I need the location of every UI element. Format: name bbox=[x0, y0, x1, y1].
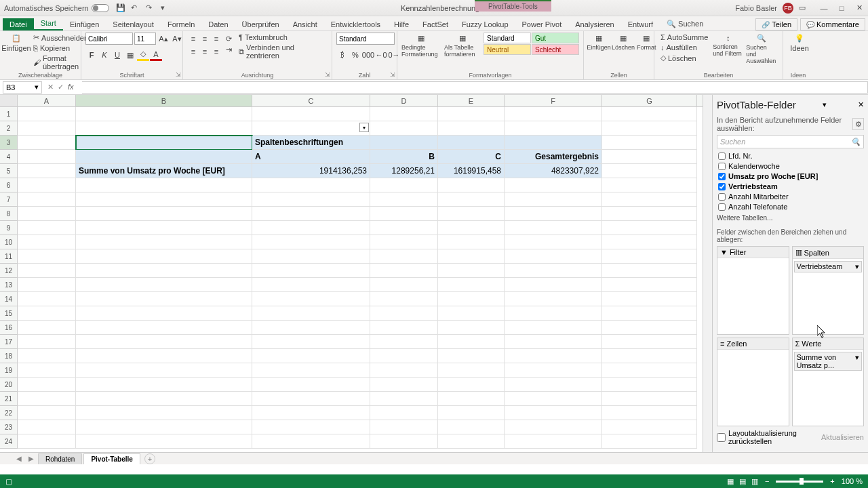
font-launcher-icon[interactable]: ⇲ bbox=[176, 71, 181, 78]
cell[interactable] bbox=[438, 434, 505, 449]
ribbon-display-icon[interactable]: ▭ bbox=[799, 3, 806, 12]
cell[interactable]: Summe von Umsatz pro Woche [EUR] bbox=[76, 164, 252, 178]
cell[interactable] bbox=[370, 235, 438, 249]
spreadsheet-grid[interactable]: A B C D E F G 123Spaltenbeschriftungen4A… bbox=[0, 95, 703, 452]
cell[interactable] bbox=[602, 150, 697, 164]
rowhead-21[interactable]: 21 bbox=[0, 392, 18, 406]
rowhead-19[interactable]: 19 bbox=[0, 363, 18, 378]
cell[interactable] bbox=[252, 335, 370, 349]
style-gut[interactable]: Gut bbox=[532, 33, 579, 43]
cell[interactable] bbox=[76, 136, 252, 150]
cell[interactable] bbox=[602, 378, 697, 392]
ideas-button[interactable]: 💡Ideen bbox=[787, 33, 812, 52]
colhead-E[interactable]: E bbox=[438, 95, 505, 106]
cell[interactable] bbox=[252, 192, 370, 207]
tab-help[interactable]: Hilfe bbox=[387, 18, 416, 30]
cell[interactable] bbox=[18, 235, 76, 249]
cell[interactable] bbox=[76, 378, 252, 392]
sheet-nav-next-icon[interactable]: ▶ bbox=[26, 455, 37, 462]
style-schlecht[interactable]: Schlecht bbox=[532, 44, 579, 55]
align-top-icon[interactable]: ≡ bbox=[187, 33, 199, 45]
cell[interactable] bbox=[602, 235, 697, 249]
align-mid-icon[interactable]: ≡ bbox=[199, 33, 211, 45]
align-bot-icon[interactable]: ≡ bbox=[210, 33, 222, 45]
underline-button[interactable]: U bbox=[111, 49, 123, 61]
colhead-D[interactable]: D bbox=[370, 95, 438, 106]
cell[interactable] bbox=[370, 306, 438, 321]
cell[interactable] bbox=[18, 306, 76, 321]
cell[interactable] bbox=[18, 363, 76, 378]
cell[interactable] bbox=[18, 406, 76, 420]
style-neutral[interactable]: Neutral bbox=[484, 44, 531, 55]
rowhead-22[interactable]: 22 bbox=[0, 406, 18, 420]
tab-start[interactable]: Start bbox=[34, 17, 63, 30]
cell[interactable] bbox=[18, 420, 76, 434]
cell[interactable] bbox=[438, 349, 505, 363]
undo-icon[interactable]: ↶ bbox=[131, 3, 140, 13]
percent-icon[interactable]: % bbox=[349, 49, 361, 61]
qat-dropdown-icon[interactable]: ▾ bbox=[161, 3, 170, 13]
colhead-F[interactable]: F bbox=[505, 95, 602, 106]
rowhead-7[interactable]: 7 bbox=[0, 192, 18, 207]
rowhead-15[interactable]: 15 bbox=[0, 306, 18, 321]
tab-pagelayout[interactable]: Seitenlayout bbox=[106, 18, 161, 30]
cell[interactable] bbox=[18, 207, 76, 221]
rowhead-5[interactable]: 5 bbox=[0, 164, 18, 178]
update-button[interactable]: Aktualisieren bbox=[821, 433, 864, 441]
close-icon[interactable]: ✕ bbox=[854, 3, 864, 13]
cell[interactable] bbox=[438, 392, 505, 406]
rowhead-10[interactable]: 10 bbox=[0, 235, 18, 249]
cell[interactable] bbox=[18, 107, 76, 121]
cell[interactable] bbox=[438, 221, 505, 235]
cell[interactable] bbox=[76, 235, 252, 249]
cell[interactable] bbox=[505, 121, 602, 136]
field-checkbox[interactable] bbox=[718, 193, 726, 201]
cell[interactable] bbox=[370, 136, 438, 150]
merge-button[interactable]: ⧉ Verbinden und zentrieren bbox=[237, 43, 328, 60]
cell[interactable] bbox=[18, 335, 76, 349]
cell[interactable] bbox=[438, 363, 505, 378]
cell[interactable] bbox=[252, 363, 370, 378]
avatar[interactable]: FB bbox=[783, 3, 793, 14]
field-checkbox[interactable] bbox=[718, 183, 726, 190]
namebox-dropdown-icon[interactable]: ▾ bbox=[35, 83, 39, 92]
cell[interactable] bbox=[370, 249, 438, 264]
size-select[interactable] bbox=[134, 33, 156, 45]
cell[interactable] bbox=[252, 178, 370, 192]
formula-input[interactable] bbox=[82, 81, 868, 94]
cell[interactable]: Spaltenbeschriftungen bbox=[252, 136, 370, 150]
style-standard[interactable]: Standard bbox=[484, 33, 531, 43]
cell[interactable] bbox=[438, 406, 505, 420]
cell[interactable] bbox=[505, 107, 602, 121]
cell[interactable] bbox=[602, 335, 697, 349]
rowhead-2[interactable]: 2 bbox=[0, 121, 18, 136]
italic-button[interactable]: K bbox=[98, 49, 111, 61]
cell[interactable] bbox=[76, 406, 252, 420]
maximize-icon[interactable]: □ bbox=[837, 3, 846, 13]
cell[interactable] bbox=[602, 349, 697, 363]
fx-icon[interactable]: fx bbox=[68, 83, 74, 92]
cell[interactable] bbox=[602, 306, 697, 321]
cell[interactable] bbox=[252, 321, 370, 335]
cell[interactable] bbox=[18, 136, 76, 150]
clear-button[interactable]: ◇ Löschen bbox=[658, 53, 710, 63]
values-area-item[interactable]: Summe von Umsatz p...▾ bbox=[794, 352, 863, 371]
field-item[interactable]: Anzahl Telefonate bbox=[717, 202, 864, 211]
field-checkbox[interactable] bbox=[718, 203, 726, 211]
redo-icon[interactable]: ↷ bbox=[146, 3, 155, 13]
cell[interactable] bbox=[602, 221, 697, 235]
cell[interactable]: 4823307,922 bbox=[505, 164, 602, 178]
cell[interactable] bbox=[252, 107, 370, 121]
cell[interactable] bbox=[18, 264, 76, 278]
tab-factset[interactable]: FactSet bbox=[416, 18, 455, 30]
sheet-tab-rohdaten[interactable]: Rohdaten bbox=[38, 453, 82, 464]
cell[interactable] bbox=[438, 121, 505, 136]
cell[interactable] bbox=[76, 420, 252, 434]
cell[interactable] bbox=[76, 335, 252, 349]
cell[interactable] bbox=[76, 306, 252, 321]
cell[interactable] bbox=[18, 221, 76, 235]
rowhead-20[interactable]: 20 bbox=[0, 378, 18, 392]
orientation-button[interactable]: ⟳ bbox=[224, 34, 234, 44]
rowhead-23[interactable]: 23 bbox=[0, 420, 18, 434]
tab-file[interactable]: Datei bbox=[3, 18, 34, 30]
